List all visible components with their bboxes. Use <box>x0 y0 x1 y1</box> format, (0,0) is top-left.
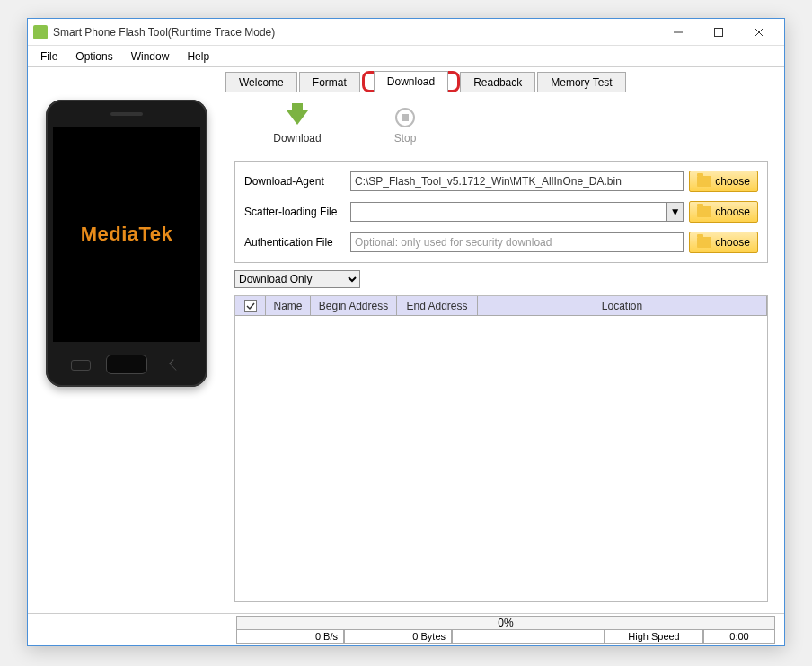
app-icon <box>33 25 48 39</box>
label-download-agent: Download-Agent <box>244 175 345 188</box>
row-scatter: Scatter-loading File ▼ choose <box>244 201 758 223</box>
choose-download-agent[interactable]: choose <box>689 171 758 192</box>
toolbar: Download Stop <box>234 100 768 153</box>
menu-help[interactable]: Help <box>178 48 218 66</box>
phone-home-icon <box>106 355 147 374</box>
phone-back-icon <box>166 358 182 371</box>
col-checkbox[interactable] <box>235 296 266 315</box>
stop-label: Stop <box>394 132 417 145</box>
col-name[interactable]: Name <box>266 296 311 315</box>
menu-file[interactable]: File <box>31 48 66 66</box>
col-location[interactable]: Location <box>478 296 767 315</box>
row-download-agent: Download-Agent choose <box>244 171 758 192</box>
download-label: Download <box>273 132 321 145</box>
progress-text: 0% <box>498 617 513 629</box>
status-time: 0:00 <box>703 630 775 644</box>
col-end-address[interactable]: End Address <box>397 296 478 315</box>
minimize-icon <box>674 28 683 37</box>
close-icon <box>755 28 763 37</box>
app-window: Smart Phone Flash Tool(Runtime Trace Mod… <box>27 18 785 646</box>
choose-label: choose <box>715 175 750 188</box>
svg-rect-1 <box>714 28 722 36</box>
download-arrow-icon <box>285 105 310 130</box>
window-controls <box>658 20 779 45</box>
folder-icon <box>697 237 711 248</box>
tab-download[interactable]: Download <box>374 71 448 92</box>
input-auth[interactable] <box>350 232 684 252</box>
check-icon <box>246 302 255 311</box>
main-body: MediaTek Welcome Format Download Readbac… <box>28 67 784 613</box>
menu-bar: File Options Window Help <box>28 46 784 67</box>
minimize-button[interactable] <box>658 20 698 45</box>
input-download-agent[interactable] <box>350 171 684 191</box>
status-bar: 0% 0 B/s 0 Bytes High Speed 0:00 <box>28 613 784 645</box>
phone-menu-icon <box>71 360 91 371</box>
tab-strip: Welcome Format Download Readback Memory … <box>225 71 777 92</box>
tab-download-highlight: Download <box>362 71 460 92</box>
maximize-icon <box>714 28 723 37</box>
label-scatter: Scatter-loading File <box>244 206 345 218</box>
status-strip: 0 B/s 0 Bytes High Speed 0:00 <box>236 630 775 644</box>
choose-auth[interactable]: choose <box>689 232 758 253</box>
phone-screen: MediaTek <box>53 127 200 342</box>
status-connection: High Speed <box>605 630 703 644</box>
tab-memory-test[interactable]: Memory Test <box>537 72 625 92</box>
mode-dropdown-wrap: Download Only <box>234 270 360 288</box>
menu-options[interactable]: Options <box>66 48 121 66</box>
status-empty <box>452 630 605 644</box>
chevron-down-icon: ▼ <box>670 206 681 218</box>
col-begin-address[interactable]: Begin Address <box>311 296 397 315</box>
phone-speaker-icon <box>110 112 143 116</box>
progress-bar: 0% <box>236 616 775 630</box>
right-pane: Welcome Format Download Readback Memory … <box>225 67 784 613</box>
partition-grid[interactable]: Name Begin Address End Address Location <box>234 295 768 602</box>
folder-icon <box>697 176 711 187</box>
stop-icon <box>393 105 418 130</box>
window-title: Smart Phone Flash Tool(Runtime Trace Mod… <box>53 26 658 39</box>
stop-button[interactable]: Stop <box>378 105 432 145</box>
tab-format[interactable]: Format <box>299 72 360 92</box>
fields-box: Download-Agent choose Scatter-loading Fi… <box>234 161 768 263</box>
header-checkbox[interactable] <box>244 300 257 312</box>
tab-content: Download Stop Download-Agent choose <box>225 92 777 609</box>
mode-row: Download Only <box>234 270 768 288</box>
left-pane: MediaTek <box>28 67 225 613</box>
scatter-dropdown-button[interactable]: ▼ <box>667 202 684 222</box>
maximize-button[interactable] <box>698 20 738 45</box>
status-rate: 0 B/s <box>236 630 344 644</box>
grid-header: Name Begin Address End Address Location <box>235 296 767 316</box>
tab-readback[interactable]: Readback <box>460 72 535 92</box>
choose-scatter[interactable]: choose <box>689 201 758 223</box>
label-auth: Authentication File <box>244 236 345 249</box>
input-scatter[interactable] <box>350 202 667 222</box>
row-auth: Authentication File choose <box>244 232 758 253</box>
tab-welcome[interactable]: Welcome <box>225 72 297 92</box>
status-bytes: 0 Bytes <box>344 630 452 644</box>
phone-illustration: MediaTek <box>46 100 207 387</box>
folder-icon <box>697 206 711 217</box>
title-bar: Smart Phone Flash Tool(Runtime Trace Mod… <box>28 19 784 46</box>
choose-label: choose <box>715 236 750 249</box>
menu-window[interactable]: Window <box>122 48 179 66</box>
close-button[interactable] <box>738 20 779 45</box>
choose-label: choose <box>715 206 750 218</box>
download-button[interactable]: Download <box>270 105 324 145</box>
mediatek-logo: MediaTek <box>81 223 173 246</box>
mode-dropdown[interactable]: Download Only <box>234 270 360 288</box>
